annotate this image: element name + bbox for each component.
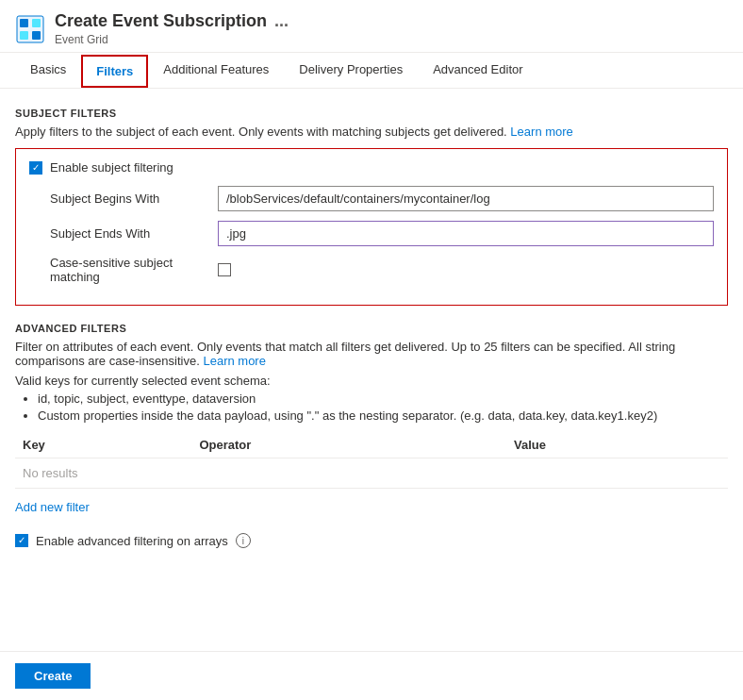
- header-ellipsis-button[interactable]: ...: [274, 11, 289, 31]
- subject-begins-with-row: Subject Begins With: [29, 186, 714, 211]
- page-title: Create Event Subscription ...: [55, 11, 289, 31]
- advanced-filters-title: ADVANCED FILTERS: [15, 323, 728, 334]
- header-text-block: Create Event Subscription ... Event Grid: [55, 11, 289, 46]
- case-sensitive-row: Case-sensitive subject matching: [29, 256, 714, 284]
- page-title-text: Create Event Subscription: [55, 11, 267, 31]
- no-results-row: No results: [15, 458, 728, 489]
- valid-keys-item-2: Custom properties inside the data payloa…: [38, 408, 728, 423]
- col-key: Key: [15, 432, 191, 458]
- add-new-filter-link[interactable]: Add new filter: [15, 500, 90, 514]
- enable-array-filtering-row: Enable advanced filtering on arrays i: [15, 533, 728, 548]
- tab-advanced-editor[interactable]: Advanced Editor: [418, 53, 537, 88]
- col-operator: Operator: [191, 432, 506, 458]
- enable-array-filtering-label: Enable advanced filtering on arrays: [36, 534, 228, 548]
- enable-subject-filtering-checkbox[interactable]: [29, 161, 42, 175]
- subject-filter-box: Enable subject filtering Subject Begins …: [15, 148, 728, 306]
- advanced-filters-section: ADVANCED FILTERS Filter on attributes of…: [15, 323, 728, 548]
- subject-ends-with-label: Subject Ends With: [29, 226, 218, 241]
- subject-begins-with-input[interactable]: [218, 186, 714, 211]
- nav-tabs: Basics Filters Additional Features Deliv…: [0, 53, 743, 89]
- subject-begins-with-label: Subject Begins With: [29, 192, 218, 206]
- valid-keys-list: id, topic, subject, eventtype, dataversi…: [15, 392, 728, 423]
- event-grid-icon: [15, 14, 45, 44]
- subject-filters-learn-more[interactable]: Learn more: [510, 125, 572, 139]
- svg-rect-2: [32, 19, 41, 27]
- svg-rect-3: [20, 31, 28, 40]
- tab-delivery-properties[interactable]: Delivery Properties: [284, 53, 418, 88]
- enable-subject-filtering-row: Enable subject filtering: [29, 160, 714, 175]
- page-header: Create Event Subscription ... Event Grid: [0, 0, 743, 53]
- no-results-cell: No results: [15, 458, 728, 489]
- enable-subject-filtering-label: Enable subject filtering: [50, 160, 173, 175]
- valid-keys-item-1: id, topic, subject, eventtype, dataversi…: [38, 392, 728, 406]
- filter-table: Key Operator Value No results: [15, 432, 728, 489]
- subject-ends-with-input[interactable]: [218, 221, 714, 246]
- tab-filters[interactable]: Filters: [81, 55, 148, 88]
- valid-keys-label: Valid keys for currently selected event …: [15, 374, 728, 388]
- enable-array-filtering-checkbox[interactable]: [15, 534, 28, 547]
- subject-ends-with-row: Subject Ends With: [29, 221, 714, 246]
- create-button[interactable]: Create: [15, 663, 91, 689]
- advanced-filters-desc-text: Filter on attributes of each event. Only…: [15, 340, 675, 368]
- tab-basics[interactable]: Basics: [15, 53, 81, 88]
- case-sensitive-label: Case-sensitive subject matching: [29, 256, 218, 284]
- tab-additional-features[interactable]: Additional Features: [148, 53, 284, 88]
- subject-filters-description: Apply filters to the subject of each eve…: [15, 125, 728, 139]
- page-footer: Create: [0, 651, 743, 700]
- filter-table-header-row: Key Operator Value: [15, 432, 728, 458]
- advanced-filters-learn-more[interactable]: Learn more: [203, 354, 265, 368]
- svg-rect-1: [20, 19, 28, 27]
- subject-filters-desc-text: Apply filters to the subject of each eve…: [15, 125, 507, 139]
- subject-filters-title: SUBJECT FILTERS: [15, 108, 728, 119]
- valid-keys-section: Valid keys for currently selected event …: [15, 374, 728, 423]
- case-sensitive-checkbox[interactable]: [218, 263, 231, 276]
- page-subtitle: Event Grid: [55, 33, 289, 46]
- array-filtering-info-icon[interactable]: i: [236, 533, 251, 548]
- main-content: SUBJECT FILTERS Apply filters to the sub…: [0, 89, 743, 563]
- svg-rect-4: [32, 31, 41, 40]
- advanced-filters-description: Filter on attributes of each event. Only…: [15, 340, 728, 368]
- col-value: Value: [506, 432, 728, 458]
